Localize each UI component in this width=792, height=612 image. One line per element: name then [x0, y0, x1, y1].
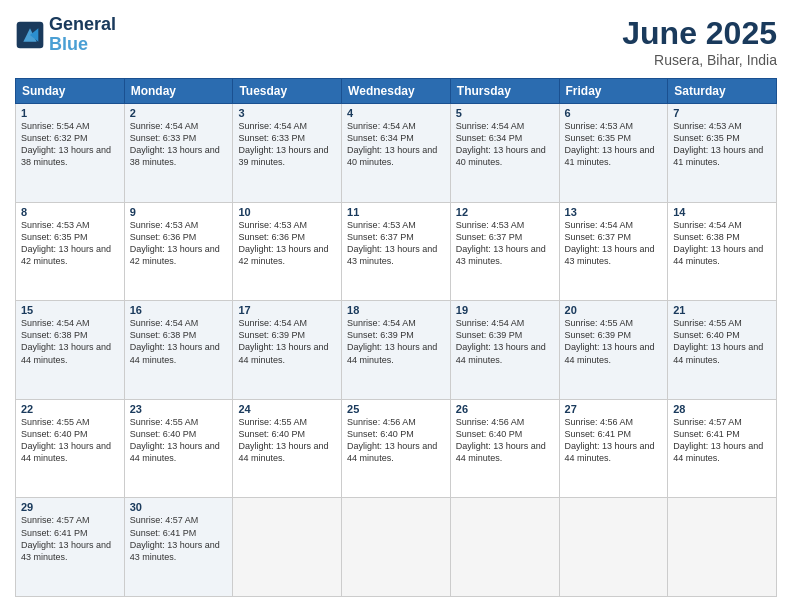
calendar-header-row: SundayMondayTuesdayWednesdayThursdayFrid… [16, 79, 777, 104]
day-number: 25 [347, 403, 445, 415]
calendar-week-row: 8Sunrise: 4:53 AMSunset: 6:35 PMDaylight… [16, 202, 777, 301]
logo-icon [15, 20, 45, 50]
page: General Blue June 2025 Rusera, Bihar, In… [0, 0, 792, 612]
calendar-cell: 15Sunrise: 4:54 AMSunset: 6:38 PMDayligh… [16, 301, 125, 400]
header: General Blue June 2025 Rusera, Bihar, In… [15, 15, 777, 68]
calendar-cell: 14Sunrise: 4:54 AMSunset: 6:38 PMDayligh… [668, 202, 777, 301]
cell-info: Sunrise: 4:57 AMSunset: 6:41 PMDaylight:… [673, 416, 771, 465]
calendar-cell: 10Sunrise: 4:53 AMSunset: 6:36 PMDayligh… [233, 202, 342, 301]
cell-info: Sunrise: 4:55 AMSunset: 6:40 PMDaylight:… [238, 416, 336, 465]
calendar-cell: 7Sunrise: 4:53 AMSunset: 6:35 PMDaylight… [668, 104, 777, 203]
day-number: 17 [238, 304, 336, 316]
calendar-cell: 11Sunrise: 4:53 AMSunset: 6:37 PMDayligh… [342, 202, 451, 301]
cell-info: Sunrise: 4:54 AMSunset: 6:38 PMDaylight:… [673, 219, 771, 268]
logo: General Blue [15, 15, 116, 55]
calendar-cell: 8Sunrise: 4:53 AMSunset: 6:35 PMDaylight… [16, 202, 125, 301]
cell-info: Sunrise: 4:55 AMSunset: 6:40 PMDaylight:… [673, 317, 771, 366]
day-number: 8 [21, 206, 119, 218]
day-number: 12 [456, 206, 554, 218]
cell-info: Sunrise: 4:54 AMSunset: 6:34 PMDaylight:… [456, 120, 554, 169]
day-number: 27 [565, 403, 663, 415]
cell-info: Sunrise: 4:53 AMSunset: 6:37 PMDaylight:… [456, 219, 554, 268]
cell-info: Sunrise: 4:53 AMSunset: 6:36 PMDaylight:… [130, 219, 228, 268]
header-day: Thursday [450, 79, 559, 104]
calendar-cell: 3Sunrise: 4:54 AMSunset: 6:33 PMDaylight… [233, 104, 342, 203]
day-number: 6 [565, 107, 663, 119]
day-number: 1 [21, 107, 119, 119]
calendar-cell: 9Sunrise: 4:53 AMSunset: 6:36 PMDaylight… [124, 202, 233, 301]
cell-info: Sunrise: 4:55 AMSunset: 6:40 PMDaylight:… [21, 416, 119, 465]
header-day: Monday [124, 79, 233, 104]
day-number: 11 [347, 206, 445, 218]
calendar-cell: 20Sunrise: 4:55 AMSunset: 6:39 PMDayligh… [559, 301, 668, 400]
subtitle: Rusera, Bihar, India [622, 52, 777, 68]
calendar-cell: 28Sunrise: 4:57 AMSunset: 6:41 PMDayligh… [668, 399, 777, 498]
day-number: 24 [238, 403, 336, 415]
calendar-cell [450, 498, 559, 597]
calendar-cell: 5Sunrise: 4:54 AMSunset: 6:34 PMDaylight… [450, 104, 559, 203]
header-day: Friday [559, 79, 668, 104]
cell-info: Sunrise: 4:54 AMSunset: 6:39 PMDaylight:… [456, 317, 554, 366]
calendar-cell: 2Sunrise: 4:54 AMSunset: 6:33 PMDaylight… [124, 104, 233, 203]
logo-line1: General [49, 15, 116, 35]
main-title: June 2025 [622, 15, 777, 52]
day-number: 30 [130, 501, 228, 513]
day-number: 19 [456, 304, 554, 316]
logo-text: General Blue [49, 15, 116, 55]
cell-info: Sunrise: 4:54 AMSunset: 6:37 PMDaylight:… [565, 219, 663, 268]
day-number: 23 [130, 403, 228, 415]
calendar-week-row: 1Sunrise: 5:54 AMSunset: 6:32 PMDaylight… [16, 104, 777, 203]
calendar-week-row: 22Sunrise: 4:55 AMSunset: 6:40 PMDayligh… [16, 399, 777, 498]
calendar-cell: 24Sunrise: 4:55 AMSunset: 6:40 PMDayligh… [233, 399, 342, 498]
cell-info: Sunrise: 4:56 AMSunset: 6:41 PMDaylight:… [565, 416, 663, 465]
day-number: 29 [21, 501, 119, 513]
header-day: Wednesday [342, 79, 451, 104]
day-number: 3 [238, 107, 336, 119]
calendar-week-row: 15Sunrise: 4:54 AMSunset: 6:38 PMDayligh… [16, 301, 777, 400]
cell-info: Sunrise: 4:57 AMSunset: 6:41 PMDaylight:… [130, 514, 228, 563]
cell-info: Sunrise: 4:53 AMSunset: 6:35 PMDaylight:… [673, 120, 771, 169]
calendar-cell: 17Sunrise: 4:54 AMSunset: 6:39 PMDayligh… [233, 301, 342, 400]
cell-info: Sunrise: 4:57 AMSunset: 6:41 PMDaylight:… [21, 514, 119, 563]
calendar-cell: 26Sunrise: 4:56 AMSunset: 6:40 PMDayligh… [450, 399, 559, 498]
cell-info: Sunrise: 4:54 AMSunset: 6:34 PMDaylight:… [347, 120, 445, 169]
calendar-cell [342, 498, 451, 597]
cell-info: Sunrise: 4:53 AMSunset: 6:37 PMDaylight:… [347, 219, 445, 268]
cell-info: Sunrise: 4:54 AMSunset: 6:38 PMDaylight:… [21, 317, 119, 366]
cell-info: Sunrise: 4:53 AMSunset: 6:36 PMDaylight:… [238, 219, 336, 268]
cell-info: Sunrise: 5:54 AMSunset: 6:32 PMDaylight:… [21, 120, 119, 169]
cell-info: Sunrise: 4:55 AMSunset: 6:39 PMDaylight:… [565, 317, 663, 366]
calendar-cell: 23Sunrise: 4:55 AMSunset: 6:40 PMDayligh… [124, 399, 233, 498]
title-block: June 2025 Rusera, Bihar, India [622, 15, 777, 68]
calendar-cell: 22Sunrise: 4:55 AMSunset: 6:40 PMDayligh… [16, 399, 125, 498]
day-number: 7 [673, 107, 771, 119]
cell-info: Sunrise: 4:55 AMSunset: 6:40 PMDaylight:… [130, 416, 228, 465]
cell-info: Sunrise: 4:54 AMSunset: 6:39 PMDaylight:… [238, 317, 336, 366]
calendar-cell [559, 498, 668, 597]
calendar-cell: 29Sunrise: 4:57 AMSunset: 6:41 PMDayligh… [16, 498, 125, 597]
day-number: 9 [130, 206, 228, 218]
calendar-cell: 19Sunrise: 4:54 AMSunset: 6:39 PMDayligh… [450, 301, 559, 400]
calendar-cell: 25Sunrise: 4:56 AMSunset: 6:40 PMDayligh… [342, 399, 451, 498]
cell-info: Sunrise: 4:54 AMSunset: 6:33 PMDaylight:… [238, 120, 336, 169]
day-number: 13 [565, 206, 663, 218]
calendar-table: SundayMondayTuesdayWednesdayThursdayFrid… [15, 78, 777, 597]
header-day: Sunday [16, 79, 125, 104]
cell-info: Sunrise: 4:53 AMSunset: 6:35 PMDaylight:… [21, 219, 119, 268]
header-day: Tuesday [233, 79, 342, 104]
cell-info: Sunrise: 4:56 AMSunset: 6:40 PMDaylight:… [347, 416, 445, 465]
day-number: 22 [21, 403, 119, 415]
day-number: 2 [130, 107, 228, 119]
day-number: 28 [673, 403, 771, 415]
day-number: 18 [347, 304, 445, 316]
calendar-week-row: 29Sunrise: 4:57 AMSunset: 6:41 PMDayligh… [16, 498, 777, 597]
cell-info: Sunrise: 4:54 AMSunset: 6:33 PMDaylight:… [130, 120, 228, 169]
calendar-cell: 4Sunrise: 4:54 AMSunset: 6:34 PMDaylight… [342, 104, 451, 203]
day-number: 16 [130, 304, 228, 316]
calendar-cell: 1Sunrise: 5:54 AMSunset: 6:32 PMDaylight… [16, 104, 125, 203]
cell-info: Sunrise: 4:54 AMSunset: 6:39 PMDaylight:… [347, 317, 445, 366]
day-number: 4 [347, 107, 445, 119]
day-number: 10 [238, 206, 336, 218]
calendar-cell: 30Sunrise: 4:57 AMSunset: 6:41 PMDayligh… [124, 498, 233, 597]
calendar-cell [668, 498, 777, 597]
